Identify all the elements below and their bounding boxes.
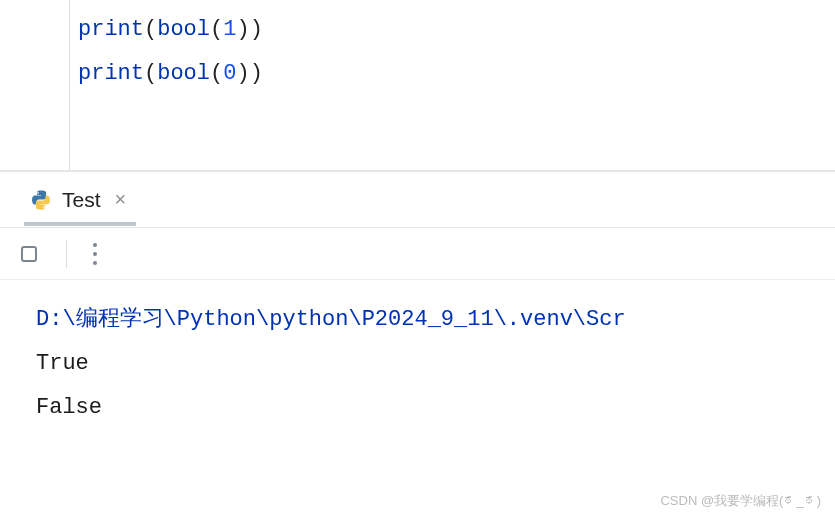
code-line[interactable]: print(bool(0)) [78, 52, 263, 96]
token-function: bool [157, 61, 210, 86]
token-number: 1 [223, 17, 236, 42]
token-paren: ( [210, 61, 223, 86]
more-actions-button[interactable] [89, 239, 101, 269]
console-output-line: False [36, 386, 835, 430]
token-paren: ( [144, 17, 157, 42]
run-panel-tabs: Test × [0, 172, 835, 228]
token-number: 0 [223, 61, 236, 86]
dot-icon [93, 252, 97, 256]
token-paren: )) [236, 17, 262, 42]
code-line[interactable]: print(bool(1)) [78, 8, 263, 52]
token-paren: ( [210, 17, 223, 42]
console-output[interactable]: D:\编程学习\Python\python\P2024_9_11\.venv\S… [0, 280, 835, 430]
editor-gutter [0, 0, 70, 170]
code-editor[interactable]: print(bool(1)) print(bool(0)) [0, 0, 835, 172]
stop-icon [21, 246, 37, 262]
token-paren: ( [144, 61, 157, 86]
token-function: print [78, 61, 144, 86]
code-content[interactable]: print(bool(1)) print(bool(0)) [70, 0, 263, 170]
token-paren: )) [236, 61, 262, 86]
tab-test[interactable]: Test × [24, 182, 136, 226]
watermark: CSDN @我要学编程(ಥ_ಥ) [660, 492, 821, 510]
close-icon[interactable]: × [111, 188, 131, 211]
tab-label: Test [62, 188, 101, 212]
dot-icon [93, 261, 97, 265]
python-icon [30, 189, 52, 211]
token-function: bool [157, 17, 210, 42]
stop-button[interactable] [14, 239, 44, 269]
token-function: print [78, 17, 144, 42]
console-output-line: True [36, 342, 835, 386]
console-command-line: D:\编程学习\Python\python\P2024_9_11\.venv\S… [36, 298, 835, 342]
console-toolbar [0, 228, 835, 280]
separator [66, 240, 67, 268]
dot-icon [93, 243, 97, 247]
